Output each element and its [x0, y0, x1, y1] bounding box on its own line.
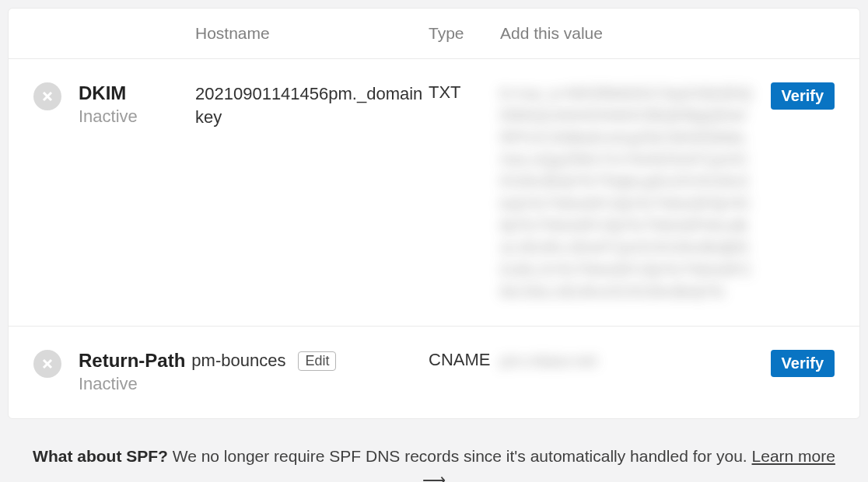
header-hostname: Hostname	[195, 24, 429, 43]
header-type: Type	[429, 24, 500, 43]
edit-button[interactable]: Edit	[298, 351, 336, 371]
header-value: Add this value	[500, 24, 769, 43]
inactive-status-icon	[33, 350, 61, 378]
footer-bold: What about SPF?	[33, 447, 168, 465]
record-status: Inactive	[79, 373, 429, 395]
record-type: CNAME	[429, 350, 500, 370]
footer-text: We no longer require SPF DNS records sin…	[168, 447, 752, 465]
table-row: DKIM Inactive 20210901141456pm._domainke…	[9, 59, 859, 327]
spf-footer-note: What about SPF? We no longer require SPF…	[0, 427, 868, 482]
arrow-right-icon: ⟶	[422, 468, 446, 482]
inactive-status-icon	[33, 82, 61, 110]
record-status: Inactive	[79, 106, 195, 127]
close-icon	[41, 358, 54, 370]
record-value-hidden: pm.mtasv.net	[500, 350, 754, 372]
close-icon	[41, 90, 54, 103]
table-header: Hostname Type Add this value	[9, 9, 859, 59]
record-name: Return-Path	[79, 350, 185, 372]
record-value-hidden: k=rsa; p=MIGfMA0GCSqGSIb3DQEBAQUAA4GNADC…	[500, 82, 754, 302]
dns-records-card: Hostname Type Add this value DKIM Inacti…	[8, 8, 860, 419]
verify-button[interactable]: Verify	[771, 350, 835, 377]
verify-button[interactable]: Verify	[771, 82, 835, 110]
record-name: DKIM	[79, 82, 195, 104]
record-type: TXT	[429, 82, 500, 103]
hostname-value: pm-bounces	[191, 351, 285, 371]
table-row: Return-Path pm-bounces Edit Inactive CNA…	[9, 327, 859, 417]
hostname-value: 20210901141456pm._domainkey	[195, 82, 429, 128]
